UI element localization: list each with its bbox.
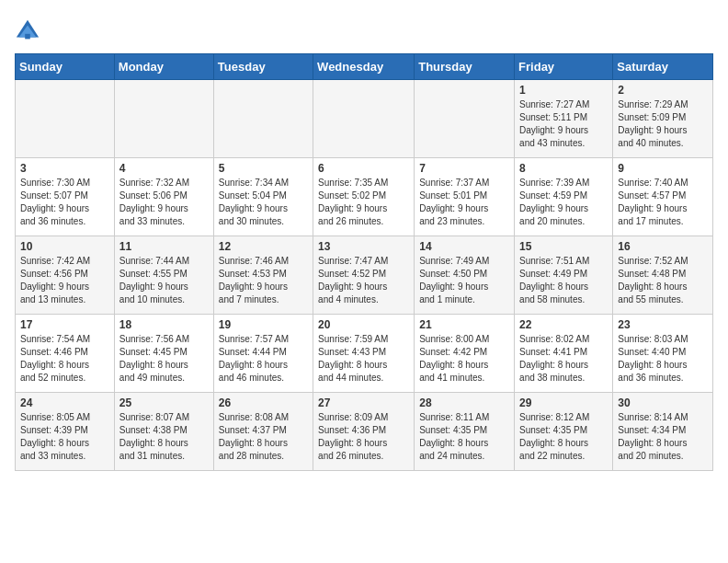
day-number: 1 — [519, 84, 608, 97]
day-number: 5 — [219, 162, 308, 175]
day-cell-30: 30Sunrise: 8:14 AM Sunset: 4:34 PM Dayli… — [613, 393, 713, 471]
day-number: 11 — [119, 240, 209, 253]
day-number: 13 — [318, 240, 409, 253]
empty-cell — [313, 80, 415, 158]
day-info: Sunrise: 7:44 AM Sunset: 4:55 PM Dayligh… — [119, 255, 209, 306]
day-cell-19: 19Sunrise: 7:57 AM Sunset: 4:44 PM Dayli… — [213, 315, 313, 393]
day-info: Sunrise: 7:59 AM Sunset: 4:43 PM Dayligh… — [318, 333, 409, 385]
day-info: Sunrise: 7:54 AM Sunset: 4:46 PM Dayligh… — [20, 333, 109, 385]
day-number: 24 — [20, 396, 109, 409]
day-cell-27: 27Sunrise: 8:09 AM Sunset: 4:36 PM Dayli… — [313, 393, 415, 471]
header-sunday: Sunday — [16, 54, 115, 80]
week-row-1: 1Sunrise: 7:27 AM Sunset: 5:11 PM Daylig… — [16, 80, 713, 158]
empty-cell — [213, 80, 313, 158]
week-row-5: 24Sunrise: 8:05 AM Sunset: 4:39 PM Dayli… — [16, 393, 713, 471]
day-number: 4 — [119, 162, 209, 175]
day-cell-14: 14Sunrise: 7:49 AM Sunset: 4:50 PM Dayli… — [415, 236, 515, 315]
day-info: Sunrise: 7:37 AM Sunset: 5:01 PM Dayligh… — [419, 177, 509, 228]
day-number: 3 — [20, 162, 109, 175]
day-info: Sunrise: 7:27 AM Sunset: 5:11 PM Dayligh… — [519, 98, 608, 150]
empty-cell — [415, 80, 515, 158]
logo-icon — [15, 18, 40, 44]
day-cell-26: 26Sunrise: 8:08 AM Sunset: 4:37 PM Dayli… — [213, 393, 313, 471]
day-info: Sunrise: 8:05 AM Sunset: 4:39 PM Dayligh… — [20, 411, 109, 463]
day-info: Sunrise: 7:49 AM Sunset: 4:50 PM Dayligh… — [419, 255, 509, 306]
week-row-2: 3Sunrise: 7:30 AM Sunset: 5:07 PM Daylig… — [16, 158, 713, 236]
day-info: Sunrise: 7:32 AM Sunset: 5:06 PM Dayligh… — [119, 177, 209, 228]
day-number: 9 — [618, 162, 708, 175]
day-cell-16: 16Sunrise: 7:52 AM Sunset: 4:48 PM Dayli… — [613, 236, 713, 315]
week-row-4: 17Sunrise: 7:54 AM Sunset: 4:46 PM Dayli… — [16, 315, 713, 393]
day-number: 8 — [519, 162, 608, 175]
day-number: 16 — [618, 240, 708, 253]
day-cell-3: 3Sunrise: 7:30 AM Sunset: 5:07 PM Daylig… — [16, 158, 115, 236]
day-info: Sunrise: 8:12 AM Sunset: 4:35 PM Dayligh… — [519, 411, 608, 463]
day-number: 30 — [618, 396, 708, 409]
day-info: Sunrise: 8:08 AM Sunset: 4:37 PM Dayligh… — [219, 411, 308, 463]
day-number: 26 — [219, 396, 308, 409]
day-cell-4: 4Sunrise: 7:32 AM Sunset: 5:06 PM Daylig… — [114, 158, 213, 236]
day-cell-17: 17Sunrise: 7:54 AM Sunset: 4:46 PM Dayli… — [16, 315, 115, 393]
header-saturday: Saturday — [613, 54, 713, 80]
day-number: 20 — [318, 318, 409, 331]
day-cell-2: 2Sunrise: 7:29 AM Sunset: 5:09 PM Daylig… — [613, 80, 713, 158]
day-number: 29 — [519, 396, 608, 409]
day-info: Sunrise: 7:51 AM Sunset: 4:49 PM Dayligh… — [519, 255, 608, 306]
day-cell-20: 20Sunrise: 7:59 AM Sunset: 4:43 PM Dayli… — [313, 315, 415, 393]
day-number: 28 — [419, 396, 509, 409]
svg-rect-2 — [25, 34, 30, 40]
day-cell-25: 25Sunrise: 8:07 AM Sunset: 4:38 PM Dayli… — [114, 393, 213, 471]
day-info: Sunrise: 8:02 AM Sunset: 4:41 PM Dayligh… — [519, 333, 608, 385]
day-cell-8: 8Sunrise: 7:39 AM Sunset: 4:59 PM Daylig… — [515, 158, 613, 236]
header — [15, 15, 713, 44]
day-cell-21: 21Sunrise: 8:00 AM Sunset: 4:42 PM Dayli… — [415, 315, 515, 393]
day-cell-1: 1Sunrise: 7:27 AM Sunset: 5:11 PM Daylig… — [515, 80, 613, 158]
day-info: Sunrise: 7:35 AM Sunset: 5:02 PM Dayligh… — [318, 177, 409, 228]
header-monday: Monday — [114, 54, 213, 80]
day-info: Sunrise: 7:39 AM Sunset: 4:59 PM Dayligh… — [519, 177, 608, 228]
day-number: 12 — [219, 240, 308, 253]
day-number: 6 — [318, 162, 409, 175]
day-info: Sunrise: 7:57 AM Sunset: 4:44 PM Dayligh… — [219, 333, 308, 385]
day-number: 10 — [20, 240, 109, 253]
day-number: 25 — [119, 396, 209, 409]
day-info: Sunrise: 7:30 AM Sunset: 5:07 PM Dayligh… — [20, 177, 109, 228]
day-cell-15: 15Sunrise: 7:51 AM Sunset: 4:49 PM Dayli… — [515, 236, 613, 315]
day-info: Sunrise: 7:46 AM Sunset: 4:53 PM Dayligh… — [219, 255, 308, 306]
day-cell-11: 11Sunrise: 7:44 AM Sunset: 4:55 PM Dayli… — [114, 236, 213, 315]
day-cell-12: 12Sunrise: 7:46 AM Sunset: 4:53 PM Dayli… — [213, 236, 313, 315]
day-number: 15 — [519, 240, 608, 253]
day-info: Sunrise: 7:47 AM Sunset: 4:52 PM Dayligh… — [318, 255, 409, 306]
empty-cell — [16, 80, 115, 158]
day-info: Sunrise: 8:14 AM Sunset: 4:34 PM Dayligh… — [618, 411, 708, 463]
day-cell-10: 10Sunrise: 7:42 AM Sunset: 4:56 PM Dayli… — [16, 236, 115, 315]
day-number: 18 — [119, 318, 209, 331]
header-tuesday: Tuesday — [213, 54, 313, 80]
calendar-header-row: SundayMondayTuesdayWednesdayThursdayFrid… — [16, 54, 713, 80]
day-cell-7: 7Sunrise: 7:37 AM Sunset: 5:01 PM Daylig… — [415, 158, 515, 236]
header-thursday: Thursday — [415, 54, 515, 80]
calendar-table: SundayMondayTuesdayWednesdayThursdayFrid… — [15, 53, 713, 471]
day-number: 17 — [20, 318, 109, 331]
day-cell-28: 28Sunrise: 8:11 AM Sunset: 4:35 PM Dayli… — [415, 393, 515, 471]
day-cell-29: 29Sunrise: 8:12 AM Sunset: 4:35 PM Dayli… — [515, 393, 613, 471]
day-info: Sunrise: 8:07 AM Sunset: 4:38 PM Dayligh… — [119, 411, 209, 463]
week-row-3: 10Sunrise: 7:42 AM Sunset: 4:56 PM Dayli… — [16, 236, 713, 315]
day-number: 14 — [419, 240, 509, 253]
day-info: Sunrise: 7:29 AM Sunset: 5:09 PM Dayligh… — [618, 98, 708, 150]
day-number: 22 — [519, 318, 608, 331]
day-info: Sunrise: 8:00 AM Sunset: 4:42 PM Dayligh… — [419, 333, 509, 385]
day-cell-6: 6Sunrise: 7:35 AM Sunset: 5:02 PM Daylig… — [313, 158, 415, 236]
day-number: 21 — [419, 318, 509, 331]
day-cell-13: 13Sunrise: 7:47 AM Sunset: 4:52 PM Dayli… — [313, 236, 415, 315]
day-number: 19 — [219, 318, 308, 331]
logo — [15, 18, 44, 44]
day-info: Sunrise: 7:42 AM Sunset: 4:56 PM Dayligh… — [20, 255, 109, 306]
day-info: Sunrise: 7:52 AM Sunset: 4:48 PM Dayligh… — [618, 255, 708, 306]
day-number: 23 — [618, 318, 708, 331]
day-number: 7 — [419, 162, 509, 175]
day-cell-18: 18Sunrise: 7:56 AM Sunset: 4:45 PM Dayli… — [114, 315, 213, 393]
day-cell-24: 24Sunrise: 8:05 AM Sunset: 4:39 PM Dayli… — [16, 393, 115, 471]
header-friday: Friday — [515, 54, 613, 80]
day-info: Sunrise: 8:11 AM Sunset: 4:35 PM Dayligh… — [419, 411, 509, 463]
